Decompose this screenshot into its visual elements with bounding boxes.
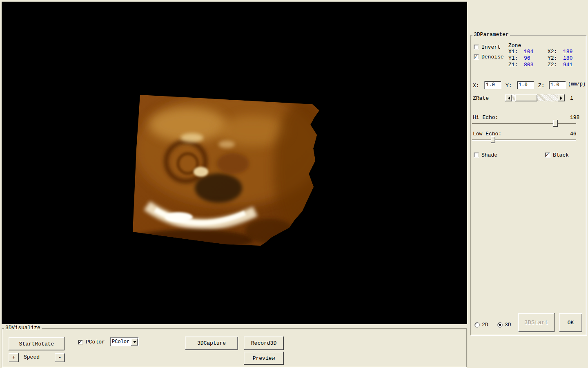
zone-z2-label: Z2: [548, 62, 557, 68]
dropdown-arrow-icon [133, 341, 136, 345]
hi-echo-slider-track[interactable] [472, 123, 576, 124]
scale-z-input[interactable] [549, 81, 566, 89]
zone-x1-value: 104 [524, 49, 533, 55]
zone-x1-label: X1: [508, 49, 518, 55]
speed-label: Speed [24, 354, 40, 360]
zrate-label: ZRate [473, 95, 489, 101]
speed-plus-button[interactable]: + [9, 353, 19, 362]
zone-y2-label: Y2: [548, 55, 557, 61]
record-3d-button[interactable]: Record3D [244, 337, 284, 350]
zone-y1-value: 96 [524, 55, 530, 61]
denoise-checkbox[interactable] [474, 54, 479, 60]
mode-3d-label: 3D [505, 322, 511, 328]
scale-unit-label: (mm/p) [568, 81, 586, 88]
parameter-group-title: 3DParameter [472, 32, 510, 38]
zone-z2-value: 941 [563, 62, 572, 68]
zone-y1-label: Y1: [508, 55, 518, 61]
hi-echo-slider[interactable] [472, 120, 576, 127]
denoise-label: Denoise [481, 54, 504, 60]
capture-3d-button[interactable]: 3DCapture [185, 337, 238, 350]
ok-button[interactable]: OK [559, 313, 582, 332]
parameter-groupbox: 3DParameter Invert Denoise Zone X1: 104 … [470, 35, 586, 335]
render-viewport[interactable] [2, 2, 467, 324]
start-rotate-button[interactable]: StartRotate [9, 337, 65, 350]
zone-z1-value: 803 [524, 62, 533, 68]
shade-checkbox[interactable] [474, 153, 479, 158]
speed-minus-button[interactable]: - [55, 353, 65, 362]
zrate-scrollbar-track[interactable] [512, 94, 558, 101]
zone-x2-value: 189 [563, 49, 572, 55]
pcolor-checkbox[interactable] [78, 340, 83, 345]
hi-echo-slider-thumb[interactable] [553, 120, 558, 127]
zrate-scrollbar-thumb[interactable] [515, 94, 537, 101]
invert-label: Invert [481, 44, 501, 50]
low-echo-slider[interactable] [472, 136, 576, 144]
zrate-value: 1 [570, 95, 573, 101]
scale-y-label: Y: [506, 83, 512, 89]
zone-x2-label: X2: [548, 49, 557, 55]
zone-y2-value: 180 [563, 55, 572, 61]
zrate-scrollbar[interactable] [505, 94, 565, 101]
low-echo-slider-thumb[interactable] [491, 136, 495, 143]
pcolor-combobox-dropdown-button[interactable] [131, 338, 138, 346]
scale-x-label: X: [473, 83, 479, 89]
preview-button[interactable]: Preview [244, 352, 284, 365]
start-3d-button[interactable]: 3DStart [518, 313, 555, 332]
pcolor-combobox[interactable]: PColor [110, 337, 139, 346]
pcolor-checkbox-label: PColor [86, 339, 105, 345]
ultrasound-3d-render [131, 92, 327, 249]
zrate-scroll-left-button[interactable] [505, 94, 512, 101]
scale-y-input[interactable] [517, 81, 534, 89]
black-label: Black [553, 152, 569, 158]
scroll-right-icon [560, 96, 564, 100]
low-echo-slider-track[interactable] [472, 139, 576, 141]
visualize-group-title: 3DVisualize [4, 325, 42, 331]
mode-2d-radio[interactable] [474, 322, 480, 328]
zone-z1-label: Z1: [508, 62, 518, 68]
pcolor-combobox-value: PColor [110, 339, 131, 345]
mode-3d-radio[interactable] [497, 322, 503, 328]
scale-z-label: Z: [538, 83, 545, 89]
scroll-left-icon [506, 96, 510, 100]
zone-label: Zone [508, 43, 521, 49]
black-checkbox[interactable] [545, 153, 550, 158]
scale-x-input[interactable] [484, 81, 501, 89]
zrate-scroll-right-button[interactable] [558, 94, 565, 101]
invert-checkbox[interactable] [474, 45, 479, 50]
shade-label: Shade [481, 152, 497, 158]
visualize-groupbox: 3DVisualize StartRotate PColor PColor 3D… [2, 328, 467, 367]
mode-2d-label: 2D [482, 322, 488, 328]
